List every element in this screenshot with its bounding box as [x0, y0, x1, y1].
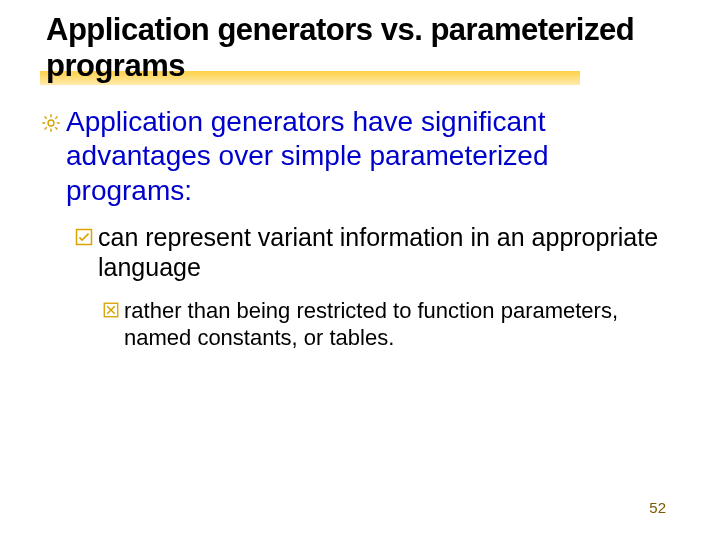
bullet-level-1-text: Application generators have significant …	[66, 105, 680, 207]
slide: Application generators vs. parameterized…	[0, 0, 720, 540]
page-number: 52	[649, 499, 666, 516]
bullet-level-3: rather than being restricted to function…	[102, 297, 680, 352]
slide-title: Application generators vs. parameterized…	[46, 12, 680, 83]
bullet-level-2: can represent variant information in an …	[74, 222, 680, 283]
svg-rect-1	[77, 229, 92, 244]
bullet-level-3-text: rather than being restricted to function…	[124, 297, 680, 352]
title-block: Application generators vs. parameterized…	[46, 12, 680, 83]
checkbox-x-icon	[102, 301, 120, 319]
bullet-level-2-text: can represent variant information in an …	[98, 222, 680, 283]
checkbox-check-icon	[74, 227, 94, 247]
bullet-level-1: Application generators have significant …	[40, 105, 680, 207]
gear-icon	[40, 112, 62, 134]
svg-point-0	[48, 120, 54, 126]
slide-body: Application generators have significant …	[40, 105, 680, 351]
